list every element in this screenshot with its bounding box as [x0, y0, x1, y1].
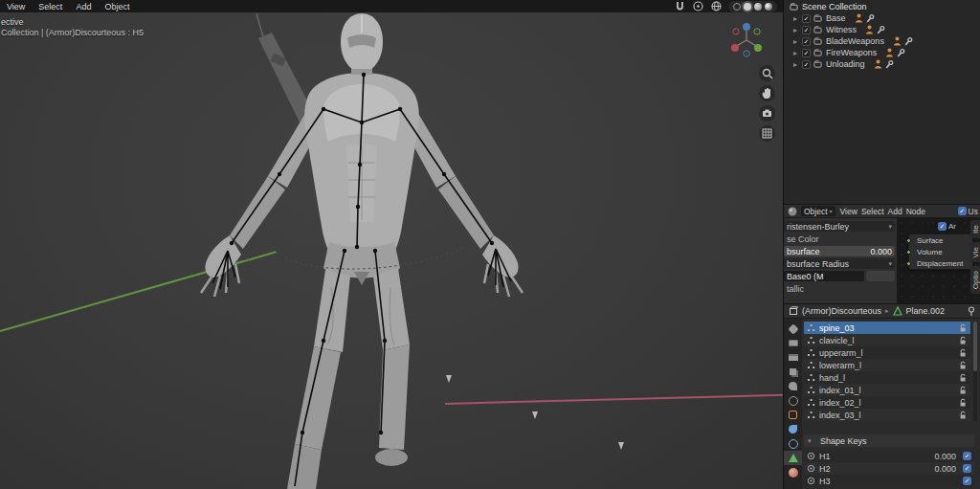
tab-object[interactable]: [784, 408, 802, 422]
sidebar-tab[interactable]: Optio: [970, 266, 980, 294]
outliner-item-row[interactable]: ▸ ✓ FireWeapons: [784, 47, 980, 58]
snap-magnet-icon[interactable]: [674, 0, 686, 12]
camera-view-button[interactable]: [759, 105, 775, 122]
subsurface-radius-dropdown[interactable]: bsurface Radius ▾: [784, 258, 895, 269]
shading-mode-switcher[interactable]: [728, 1, 777, 12]
shape-key-row[interactable]: H1 0.000 ✓: [804, 450, 974, 462]
shape-key-row[interactable]: H2 0.000 ✓: [804, 462, 974, 475]
outliner-item-row[interactable]: ▸ ✓ BladeWeapons: [784, 35, 980, 47]
shape-keys-panel-header[interactable]: ▾ Shape Keys: [804, 434, 974, 447]
outliner-item-row[interactable]: ▸ ✓ Unloading: [784, 58, 980, 70]
transform-orientation-icon[interactable]: [710, 0, 723, 12]
shader-menu-item[interactable]: Add: [886, 207, 904, 216]
vertex-group-row[interactable]: clavicle_l: [804, 334, 970, 346]
shape-key-value[interactable]: 0.000: [934, 464, 956, 474]
tab-material[interactable]: [784, 465, 802, 479]
navigation-gizmo[interactable]: [725, 19, 768, 61]
vertex-group-row[interactable]: spine_03: [804, 322, 970, 334]
node-socket-row[interactable]: Displacement: [909, 257, 972, 269]
lock-open-icon[interactable]: [958, 323, 968, 333]
vertex-group-row[interactable]: index_01_l: [804, 384, 970, 396]
material-extra-field[interactable]: [866, 271, 895, 281]
expand-arrow-icon[interactable]: ▸: [793, 14, 802, 23]
collection-checkbox[interactable]: ✓: [802, 14, 811, 23]
use-nodes-checkbox[interactable]: ✓: [958, 207, 967, 215]
subsurface-slider[interactable]: bsurface 0.000: [784, 246, 895, 256]
viewport-menu-item[interactable]: Add: [69, 2, 98, 11]
scene-collection-row[interactable]: Scene Collection: [784, 0, 980, 12]
character-model[interactable]: [172, 0, 574, 489]
vertex-group-row[interactable]: lowerarm_l: [804, 359, 970, 371]
expand-arrow-icon[interactable]: ▸: [793, 49, 802, 57]
sidebar-tab[interactable]: Ite: [970, 220, 980, 238]
shape-key-row[interactable]: H3 ✓: [804, 475, 974, 487]
material-name-input[interactable]: Base0 (M: [784, 271, 864, 281]
vertex-group-row[interactable]: index_02_l: [804, 396, 970, 409]
lock-open-icon[interactable]: [958, 386, 968, 395]
shader-menu-item[interactable]: Node: [904, 207, 927, 216]
tab-object-data[interactable]: [784, 451, 802, 465]
viewport-menu-item[interactable]: View: [0, 2, 32, 11]
3d-viewport[interactable]: View Select Add Object: [0, 0, 783, 489]
vertex-group-row[interactable]: hand_l: [804, 371, 970, 384]
material-output-node[interactable]: Surface Volume Displacement: [908, 233, 973, 270]
tab-view-layer[interactable]: [784, 365, 802, 379]
shader-menu-item[interactable]: Select: [859, 207, 886, 216]
shader-type-dropdown[interactable]: Object ▾: [801, 206, 835, 216]
outliner-item-row[interactable]: ▸ ✓ Base: [784, 12, 980, 24]
shape-key-checkbox[interactable]: ✓: [963, 452, 971, 460]
viewport-menu-item[interactable]: Select: [32, 2, 69, 11]
collection-checkbox[interactable]: ✓: [802, 60, 811, 69]
lock-open-icon[interactable]: [958, 336, 968, 345]
solid-shading-icon[interactable]: [744, 3, 751, 11]
collection-checkbox[interactable]: ✓: [802, 26, 811, 34]
tab-modifiers[interactable]: [784, 422, 802, 436]
empty-object[interactable]: [618, 442, 624, 450]
lock-open-icon[interactable]: [958, 373, 968, 383]
shape-key-checkbox[interactable]: ✓: [963, 477, 971, 485]
vertex-groups-scrollbar[interactable]: [973, 322, 977, 421]
material-shading-icon[interactable]: [754, 3, 762, 11]
vertex-group-row[interactable]: upperarm_l: [804, 346, 970, 359]
tab-physics[interactable]: [784, 436, 802, 451]
outliner-item-row[interactable]: ▸ ✓ Witness: [784, 24, 980, 35]
vertex-group-row[interactable]: index_03_l: [804, 409, 970, 421]
tab-scene[interactable]: [784, 379, 802, 393]
falloff-dropdown[interactable]: ristensen-Burley ▾: [784, 221, 895, 232]
tab-output[interactable]: [784, 350, 802, 365]
collection-checkbox[interactable]: ✓: [802, 37, 811, 46]
proportional-edit-icon[interactable]: [692, 0, 704, 12]
expand-arrow-icon[interactable]: ▸: [793, 60, 802, 69]
lock-open-icon[interactable]: [958, 361, 968, 370]
shape-key-value[interactable]: 0.000: [934, 452, 956, 461]
shader-menu-item[interactable]: View: [838, 207, 859, 216]
node-socket-icon[interactable]: [906, 261, 911, 266]
node-editor-canvas[interactable]: ✓ Ar Surface Volum: [897, 218, 980, 303]
expand-arrow-icon[interactable]: ▸: [793, 26, 802, 34]
collection-checkbox[interactable]: ✓: [802, 49, 811, 57]
sidebar-tab[interactable]: Vie: [970, 242, 980, 262]
rendered-shading-icon[interactable]: [765, 3, 772, 11]
tab-world[interactable]: [784, 393, 802, 408]
viewport-menu-item[interactable]: Object: [98, 2, 136, 11]
shader-editor-icon[interactable]: [787, 206, 798, 217]
node-socket-icon[interactable]: [906, 250, 911, 255]
lock-open-icon[interactable]: [958, 398, 968, 408]
pin-icon[interactable]: [967, 306, 976, 317]
tab-render[interactable]: [784, 336, 802, 350]
use-nodes-toggle[interactable]: ✓ Us: [958, 207, 978, 216]
node-socket-row[interactable]: Surface: [909, 234, 972, 246]
node-socket-icon[interactable]: [906, 238, 911, 243]
lock-open-icon[interactable]: [958, 348, 968, 358]
shape-key-checkbox[interactable]: ✓: [963, 464, 971, 473]
tab-tool[interactable]: [784, 322, 802, 336]
node-overlay-checkbox[interactable]: ✓: [938, 222, 947, 231]
pan-button[interactable]: [759, 85, 775, 101]
node-socket-row[interactable]: Volume: [909, 246, 972, 257]
zoom-button[interactable]: [759, 65, 775, 81]
toggle-ortho-button[interactable]: [759, 125, 775, 142]
expand-arrow-icon[interactable]: ▸: [793, 37, 802, 46]
node-overlay-toggle[interactable]: ✓ Ar: [938, 222, 956, 231]
lock-open-icon[interactable]: [958, 411, 968, 420]
wireframe-shading-icon[interactable]: [733, 3, 741, 11]
